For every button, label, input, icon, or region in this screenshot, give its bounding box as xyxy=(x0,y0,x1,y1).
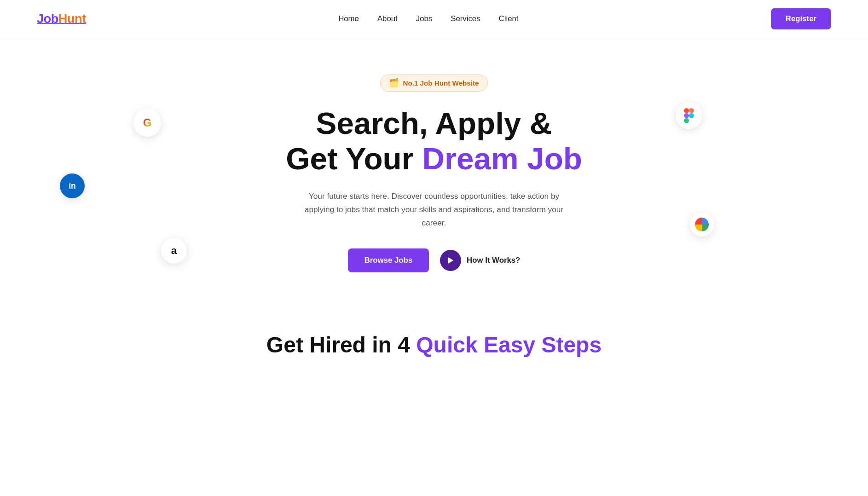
hero-subtitle: Your future starts here. Discover countl… xyxy=(296,190,572,230)
how-it-works-label: How It Works? xyxy=(467,256,520,265)
svg-rect-0 xyxy=(684,108,689,113)
navbar: JobHunt Home About Jobs Services Client … xyxy=(0,0,868,38)
how-it-works-button[interactable]: How It Works? xyxy=(440,250,520,271)
nav-home[interactable]: Home xyxy=(338,14,359,23)
hero-cta: Browse Jobs How It Works? xyxy=(18,248,850,272)
svg-point-4 xyxy=(689,113,694,118)
hero-section: G in a 🗂️ No.1 Job Hunt Website Search, … xyxy=(0,38,868,305)
steps-title-regular: Get Hired in 4 xyxy=(266,333,416,357)
svg-rect-3 xyxy=(684,118,689,123)
play-button-icon[interactable] xyxy=(440,250,461,271)
badge-emoji: 🗂️ xyxy=(389,78,399,88)
logo[interactable]: JobHunt xyxy=(37,12,86,26)
browse-jobs-button[interactable]: Browse Jobs xyxy=(348,248,429,272)
nav-jobs[interactable]: Jobs xyxy=(416,14,432,23)
steps-section: Get Hired in 4 Quick Easy Steps xyxy=(0,305,868,367)
logo-job: Job xyxy=(37,12,58,26)
badge: 🗂️ No.1 Job Hunt Website xyxy=(380,75,487,92)
register-button[interactable]: Register xyxy=(771,8,831,29)
svg-rect-2 xyxy=(684,113,689,118)
steps-title: Get Hired in 4 Quick Easy Steps xyxy=(18,332,850,358)
linkedin-icon: in xyxy=(60,173,85,198)
pie-chart-icon xyxy=(690,213,714,236)
logo-hunt: Hunt xyxy=(58,12,86,26)
figma-top-icon xyxy=(676,102,702,129)
nav-links: Home About Jobs Services Client xyxy=(338,14,518,23)
svg-rect-1 xyxy=(689,108,694,113)
nav-services[interactable]: Services xyxy=(451,14,480,23)
nav-client[interactable]: Client xyxy=(499,14,519,23)
nav-about[interactable]: About xyxy=(377,14,398,23)
hero-title-line2-regular: Get Your xyxy=(286,141,422,176)
hero-title-line1: Search, Apply & xyxy=(316,106,552,140)
hero-title-highlight: Dream Job xyxy=(422,141,582,176)
steps-title-highlight: Quick Easy Steps xyxy=(416,333,602,357)
google-icon: G xyxy=(133,109,161,137)
amazon-icon: a xyxy=(161,238,187,264)
badge-text: No.1 Job Hunt Website xyxy=(403,79,479,87)
